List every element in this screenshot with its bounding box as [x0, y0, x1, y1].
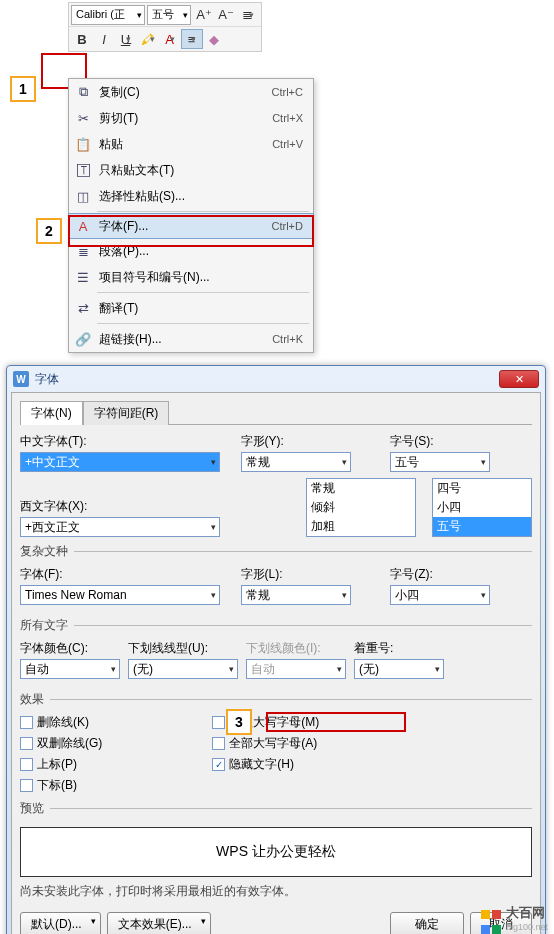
- label-fontcolor: 字体颜色(C):: [20, 640, 120, 657]
- group-alltext: 所有文字: [20, 617, 74, 634]
- copy-icon: ⧉: [75, 84, 91, 100]
- ctx-copy[interactable]: ⧉复制(C)Ctrl+C: [69, 79, 313, 105]
- font-size-select[interactable]: 五号: [147, 5, 191, 25]
- callout-1: 1: [10, 76, 36, 102]
- callout-2: 2: [36, 218, 62, 244]
- italic-button[interactable]: I: [93, 29, 115, 49]
- font-dialog: W 字体 ✕ 字体(N) 字符间距(R) 中文字体(T): +中文正文 字形(Y…: [6, 365, 546, 934]
- dialog-title: 字体: [35, 371, 59, 388]
- label-ulcolor: 下划线颜色(I):: [246, 640, 346, 657]
- style-combo[interactable]: 常规: [241, 452, 351, 472]
- separator: [97, 323, 309, 324]
- label-underline: 下划线线型(U):: [128, 640, 238, 657]
- label-size: 字号(S):: [390, 433, 532, 450]
- ctx-paste[interactable]: 📋粘贴Ctrl+V: [69, 131, 313, 157]
- ctx-bullets[interactable]: ☰项目符号和编号(N)...: [69, 264, 313, 290]
- ctx-paste-special[interactable]: ◫选择性粘贴(S)...: [69, 183, 313, 209]
- underline-combo[interactable]: (无): [128, 659, 238, 679]
- ctx-cut[interactable]: ✂剪切(T)Ctrl+X: [69, 105, 313, 131]
- ulcolor-combo: 自动: [246, 659, 346, 679]
- callout-3: 3: [226, 709, 252, 735]
- group-complex: 复杂文种: [20, 543, 74, 560]
- tab-font[interactable]: 字体(N): [20, 401, 83, 425]
- separator: [97, 292, 309, 293]
- chk-strike[interactable]: 删除线(K): [20, 714, 102, 731]
- decrease-font-icon[interactable]: A⁻: [215, 5, 237, 25]
- preview-box: WPS 让办公更轻松: [20, 827, 532, 877]
- chk-dstrike[interactable]: 双删除线(G): [20, 735, 102, 752]
- bold-button[interactable]: B: [71, 29, 93, 49]
- redbox-2: [68, 215, 314, 247]
- formatting-toolbar: Calibri (正 五号 A⁺ A⁻ ≣▾ B I U▾ 🖍▾ A▾ ≡▾ ◆: [68, 2, 262, 52]
- csize-combo[interactable]: 小四: [390, 585, 490, 605]
- chk-sup[interactable]: 上标(P): [20, 756, 102, 773]
- emphasis-combo[interactable]: (无): [354, 659, 444, 679]
- size-listbox[interactable]: 四号 小四 五号: [432, 478, 532, 537]
- font-name-select[interactable]: Calibri (正: [71, 5, 145, 25]
- chk-sub[interactable]: 下标(B): [20, 777, 102, 794]
- label-style: 字形(Y):: [241, 433, 383, 450]
- ctx-hyperlink[interactable]: 🔗超链接(H)...Ctrl+K: [69, 326, 313, 352]
- paste-icon: 📋: [75, 137, 91, 152]
- redbox-3: [266, 712, 406, 732]
- bullets-icon: ☰: [75, 270, 91, 285]
- close-button[interactable]: ✕: [499, 370, 539, 388]
- watermark-logo-icon: [480, 908, 502, 930]
- separator: [97, 211, 309, 212]
- titlebar: W 字体 ✕: [7, 366, 545, 392]
- texteffect-button[interactable]: 文本效果(E)...: [107, 912, 211, 934]
- tab-spacing[interactable]: 字符间距(R): [83, 401, 170, 425]
- fontcolor-combo[interactable]: 自动: [20, 659, 120, 679]
- default-button[interactable]: 默认(D)...: [20, 912, 101, 934]
- ctx-translate[interactable]: ⇄翻译(T): [69, 295, 313, 321]
- paste-special-icon: ◫: [75, 189, 91, 204]
- paste-text-icon: 🅃: [75, 163, 91, 178]
- cfont-combo[interactable]: Times New Roman: [20, 585, 220, 605]
- cut-icon: ✂: [75, 111, 91, 126]
- linespacing-icon[interactable]: ≣▾: [237, 5, 259, 25]
- watermark: 大百网big100.net: [480, 906, 548, 932]
- style-listbox[interactable]: 常规 倾斜 加粗: [306, 478, 416, 537]
- cstyle-combo[interactable]: 常规: [241, 585, 351, 605]
- label-csize: 字号(Z):: [390, 566, 532, 583]
- align-button[interactable]: ≡▾: [181, 29, 203, 49]
- label-cfont: 字体(F):: [20, 566, 233, 583]
- chk-allcaps[interactable]: 全部大写字母(A): [212, 735, 319, 752]
- group-effects: 效果: [20, 691, 50, 708]
- ctx-paste-text[interactable]: 🅃只粘贴文本(T): [69, 157, 313, 183]
- chk-hidden[interactable]: ✓隐藏文字(H): [212, 756, 319, 773]
- app-icon: W: [13, 371, 29, 387]
- preview-note: 尚未安装此字体，打印时将采用最相近的有效字体。: [20, 883, 532, 900]
- group-preview: 预览: [20, 800, 50, 817]
- label-cnfont: 中文字体(T):: [20, 433, 233, 450]
- font-color-button[interactable]: A▾: [159, 29, 181, 49]
- label-cstyle: 字形(L):: [241, 566, 383, 583]
- label-enfont: 西文字体(X):: [20, 498, 298, 515]
- enfont-combo[interactable]: +西文正文: [20, 517, 220, 537]
- eraser-icon[interactable]: ◆: [203, 29, 225, 49]
- size-combo[interactable]: 五号: [390, 452, 490, 472]
- increase-font-icon[interactable]: A⁺: [193, 5, 215, 25]
- translate-icon: ⇄: [75, 301, 91, 316]
- highlight-button[interactable]: 🖍▾: [137, 29, 159, 49]
- ok-button[interactable]: 确定: [390, 912, 464, 934]
- underline-button[interactable]: U▾: [115, 29, 137, 49]
- cnfont-combo[interactable]: +中文正文: [20, 452, 220, 472]
- label-emphasis: 着重号:: [354, 640, 444, 657]
- link-icon: 🔗: [75, 332, 91, 347]
